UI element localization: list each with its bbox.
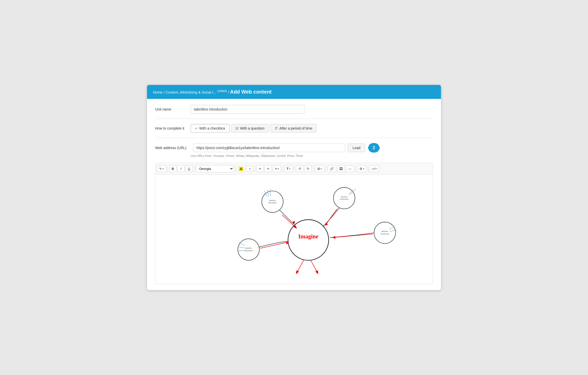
font-color-icon: A <box>239 167 243 171</box>
sep-6 <box>294 166 295 172</box>
unordered-list-icon: ≡ <box>259 167 261 171</box>
bold-icon: B <box>172 167 174 171</box>
breadcrumb-smm: (SMM4) <box>217 90 227 93</box>
breadcrumb-sep1: / <box>163 90 166 94</box>
editor-toolbar: ✎ ▾ B I U Georgia Arial Times New Ro <box>155 163 433 175</box>
code-btn[interactable]: </> <box>370 165 379 172</box>
special-char-dropdown-arrow: ▾ <box>363 167 364 170</box>
svg-text:introduction: introduction <box>340 198 348 200</box>
time-btn-label: After a period of time <box>279 126 312 130</box>
table-btn[interactable]: ⊞ ▾ <box>315 165 324 172</box>
load-button[interactable]: Load <box>348 144 365 152</box>
align-btn[interactable]: ≡ ▾ <box>273 165 281 172</box>
divider-1 <box>155 119 433 119</box>
sep-10 <box>368 166 368 172</box>
svg-text:talentlms: talentlms <box>269 200 276 201</box>
code-icon: </> <box>372 167 377 171</box>
italic-btn[interactable]: I <box>177 165 185 172</box>
breadcrumb: Home / Content, Advertising & Social I..… <box>153 90 272 94</box>
format-dropdown-arrow: ▾ <box>162 167 164 170</box>
sep-4 <box>255 166 255 172</box>
url-input[interactable] <box>193 144 345 152</box>
font-color-dropdown-arrow: ▾ <box>249 167 250 170</box>
image-btn[interactable]: 🖼 <box>337 165 345 172</box>
svg-text:talentlms: talentlms <box>245 247 252 249</box>
url-hint: Use URLs from: Youtube, Vimeo, Wistia, W… <box>191 154 303 158</box>
image-icon: 🖼 <box>339 167 343 171</box>
completion-row: How to complete it ✓ With a checkbox ☑ W… <box>155 124 433 133</box>
clock-icon: ⏱ <box>274 127 278 130</box>
font-select[interactable]: Georgia Arial Times New Roman <box>196 165 234 172</box>
svg-marker-7 <box>332 236 335 239</box>
font-color-dropdown-btn[interactable]: ▾ <box>246 166 253 172</box>
breadcrumb-course[interactable]: Content, Advertising & Social I... <box>166 90 216 94</box>
mind-map-svg: Imagine <box>155 175 433 284</box>
sep-7 <box>313 166 314 172</box>
sep-2 <box>194 166 194 172</box>
svg-text:Imagine: Imagine <box>298 233 318 240</box>
check-icon: ✓ <box>195 127 198 130</box>
table-dropdown-arrow: ▾ <box>321 167 322 170</box>
font-size-dropdown-arrow: ▾ <box>289 167 290 170</box>
page-header: Home / Content, Advertising & Social I..… <box>147 85 441 99</box>
time-btn[interactable]: ⏱ After a period of time <box>270 124 317 133</box>
url-row: Web address (URL) Load 2 <box>155 143 380 153</box>
unit-name-label: Unit name <box>155 107 191 111</box>
sep-3 <box>235 166 235 172</box>
completion-buttons: ✓ With a checkbox ☑ With a question ⏱ Af… <box>191 124 317 133</box>
link-icon: 🔗 <box>330 167 334 171</box>
editor-container: ✎ ▾ B I U Georgia Arial Times New Ro <box>155 163 433 284</box>
font-size-icon: T <box>287 167 289 171</box>
format-btn[interactable]: ✎ ▾ <box>157 165 166 172</box>
special-char-btn[interactable]: ⚙ ▾ <box>357 165 366 172</box>
unit-name-input[interactable] <box>191 105 305 114</box>
svg-text:talentlms: talentlms <box>341 196 348 198</box>
url-section: Web address (URL) Load 2 Use URLs from: … <box>155 143 433 158</box>
unordered-list-btn[interactable]: ≡ <box>256 165 264 172</box>
question-btn[interactable]: ☑ With a question <box>231 124 269 133</box>
unit-name-row: Unit name <box>155 105 433 114</box>
checkbox-btn-label: With a checkbox <box>199 126 225 130</box>
special-char-icon: ⚙ <box>359 167 362 171</box>
sep-8 <box>326 166 326 172</box>
question-btn-label: With a question <box>240 126 265 130</box>
undo-icon: ↺ <box>298 167 301 171</box>
step-badge: 2 <box>368 143 380 153</box>
underline-btn[interactable]: U <box>186 165 193 172</box>
font-size-btn[interactable]: T ▾ <box>284 165 293 172</box>
svg-text:introduction: introduction <box>268 202 277 204</box>
redo-btn[interactable]: ↻ <box>304 165 312 172</box>
sep-1 <box>168 166 168 172</box>
page-title: Add Web content <box>230 89 272 95</box>
main-window: Home / Content, Advertising & Social I..… <box>147 85 441 290</box>
underline-icon: U <box>188 167 190 171</box>
align-icon: ≡ <box>275 167 277 171</box>
undo-btn[interactable]: ↺ <box>296 165 303 172</box>
bold-btn[interactable]: B <box>169 165 176 172</box>
hr-btn[interactable]: — <box>346 165 354 172</box>
breadcrumb-home[interactable]: Home <box>153 90 162 94</box>
ordered-list-btn[interactable]: ≡ <box>265 165 272 172</box>
how-to-complete-label: How to complete it <box>155 126 191 130</box>
font-color-btn[interactable]: A <box>237 166 245 172</box>
question-icon: ☑ <box>235 127 238 130</box>
breadcrumb-sep2: / <box>228 90 230 94</box>
redo-icon: ↻ <box>307 167 309 171</box>
ordered-list-icon: ≡ <box>267 167 269 171</box>
checkbox-btn[interactable]: ✓ With a checkbox <box>191 124 230 133</box>
align-dropdown-arrow: ▾ <box>278 167 279 170</box>
divider-2 <box>155 138 433 138</box>
table-icon: ⊞ <box>317 167 320 171</box>
svg-text:introduction: introduction <box>380 233 389 235</box>
url-label: Web address (URL) <box>155 146 191 150</box>
sep-9 <box>355 166 356 172</box>
editor-area[interactable]: Imagine <box>155 175 433 284</box>
hr-icon: — <box>348 167 352 171</box>
italic-icon: I <box>180 167 181 171</box>
pencil-icon: ✎ <box>159 167 162 171</box>
mind-map-container: Imagine <box>155 175 433 284</box>
sep-5 <box>283 166 283 172</box>
link-btn[interactable]: 🔗 <box>327 165 336 172</box>
page-content: Unit name How to complete it ✓ With a ch… <box>147 99 441 290</box>
svg-text:introduction: introduction <box>244 250 253 252</box>
